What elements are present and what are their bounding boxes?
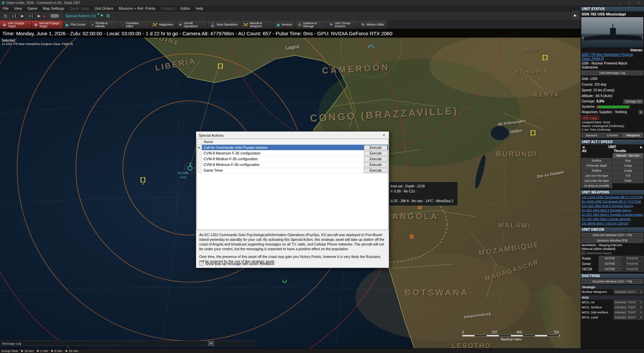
boat-operations-tab[interactable]: ⚓Boat Operations: [208, 20, 240, 29]
speed-cruise-button[interactable]: Cruise: [613, 168, 644, 173]
special-action-row[interactable]: CVW-8 Medium F-35 configuration Execute: [197, 156, 388, 162]
emcon-window-button[interactable]: EMCON Window (Ctrl + F9): [581, 233, 643, 237]
close-button[interactable]: ×: [638, 1, 640, 5]
special-actions-button[interactable]: Special Actions (5): [64, 13, 98, 18]
execute-button[interactable]: Execute: [364, 151, 387, 156]
menu-game[interactable]: Game: [24, 6, 40, 10]
oecm-active-button[interactable]: ACTIVE: [599, 267, 621, 271]
execute-button[interactable]: Execute: [364, 157, 387, 162]
oecm-passive-button[interactable]: PASSIVE: [622, 267, 644, 271]
sonar-active-button[interactable]: ACTIVE: [599, 261, 621, 266]
speed-stop-button[interactable]: Stop: [613, 158, 644, 163]
vehicle-icon[interactable]: [51, 14, 59, 18]
weapon-link[interactable]: 15x Mk48 Mod 7 ADCAP CBASS: [581, 221, 644, 225]
step-1min-button[interactable]: ▶1 min: [37, 349, 48, 353]
throttle-altitude-tab[interactable]: ≡Throttle & Altitude: [89, 20, 119, 29]
step-button[interactable]: ▶: [38, 14, 41, 18]
formation-editor-tab[interactable]: ∴Formation Editor: [119, 20, 150, 29]
step-15min-button[interactable]: ▶15 min: [65, 349, 78, 353]
wcs-subsurface-dropdown[interactable]: Inherited, TIGHT▼: [614, 310, 643, 314]
radar-active-button[interactable]: ACTIVE: [599, 256, 621, 261]
special-action-row[interactable]: Game Timer Execute: [197, 168, 388, 173]
execute-button[interactable]: Execute: [364, 145, 387, 150]
unit-message-log-button[interactable]: Unit Message Log: [581, 71, 643, 75]
tactical-map[interactable]: Time: Monday, June 1, 2026 - Zulu: 02:00…: [0, 29, 581, 348]
friendly-unit-icon[interactable]: [218, 63, 223, 67]
special-action-row[interactable]: CVW-8 Maximum F-35 configuration Execute: [197, 150, 388, 156]
step-5min-button[interactable]: ▶5 min: [51, 349, 62, 353]
sensors-window-button[interactable]: Sensors Window (F9): [581, 238, 643, 243]
unit-class-link[interactable]: SSN 778 New Hampshire [Virginia Class, F…: [581, 52, 644, 61]
maximize-button[interactable]: □: [628, 1, 630, 5]
mission-editor-tab[interactable]: ✎Mission Editor: [359, 20, 387, 29]
menu-map-settings[interactable]: Map Settings: [40, 6, 67, 10]
speed-flank-button[interactable]: Flank: [613, 178, 644, 183]
weapon-link[interactable]: 22x ADC Mk2 Mod 0 Torpedo Decoy: [581, 204, 644, 208]
aircraft-operations-tab[interactable]: ✈Aircraft Operations: [176, 20, 208, 29]
execute-button[interactable]: Execute: [364, 162, 387, 167]
weapons-tab[interactable]: Weapons: [623, 133, 643, 138]
mounts-weapons-tab[interactable]: Mounts & Weapons: [240, 20, 274, 29]
friendly-unit-icon[interactable]: [543, 55, 547, 59]
inherit-parent-checkbox[interactable]: ✓: [582, 252, 585, 255]
next-unit-button[interactable]: ▶: [639, 145, 643, 149]
speed-full-button[interactable]: Full: [613, 173, 644, 178]
damage-ctrl-button[interactable]: Damage Ctrl: [624, 99, 643, 104]
unit-group-doctrine-tab[interactable]: ⚑Unit / Group Doctrine: [327, 20, 359, 29]
alt-deep-button[interactable]: As deep as possible: [581, 183, 612, 188]
sidebar-collapse-button[interactable]: ▶: [572, 11, 578, 19]
auto-engage-target-tab[interactable]: ⊕Auto Engage Target: [0, 20, 32, 29]
feedback-checkbox[interactable]: ✓: [199, 262, 203, 266]
record-button[interactable]: ●: [43, 14, 46, 18]
alt-periscope-button[interactable]: Periscope depth: [581, 163, 612, 168]
alt-over-layer-button[interactable]: Just over the layer: [581, 173, 612, 178]
expand-message-log-button[interactable]: ▲: [208, 341, 214, 346]
supplies-dropdown-arrow[interactable]: ▼: [639, 110, 643, 114]
message-log-bar[interactable]: Message Log ▲: [0, 341, 255, 346]
speed-creep-button[interactable]: Creep: [613, 163, 644, 168]
menu-missions-ref-points[interactable]: Missions + Ref. Points: [116, 6, 158, 10]
edit-cargo-button[interactable]: Edit Cargo: [582, 116, 599, 120]
magazines-label[interactable]: Magazines: [582, 110, 598, 115]
prev-unit-button[interactable]: ◀: [581, 145, 585, 149]
manual-set-auto-button[interactable]: Manual - Set Auto: [613, 153, 644, 158]
dialog-titlebar[interactable]: Special Actions ×: [196, 132, 389, 139]
group-view-button[interactable]: Group View: [1, 349, 18, 353]
sensors-tab[interactable]: Sensors: [581, 133, 602, 138]
special-action-row[interactable]: ▸ Call for Commando Solo Psyops mission …: [197, 145, 388, 150]
manual-engage-target-tab[interactable]: ⊕Manual Engage Target: [32, 20, 63, 29]
magazines-tab[interactable]: Magazines: [150, 20, 176, 29]
settings-gear-icon[interactable]: ⚙: [106, 13, 110, 18]
minimize-button[interactable]: –: [619, 1, 621, 5]
unknown-contact-icon[interactable]: [368, 45, 374, 48]
alt-under-layer-button[interactable]: Just under the layer: [581, 178, 612, 183]
step-compression-selector[interactable]: x 1: [26, 13, 35, 18]
hostile-unit-icon[interactable]: [410, 235, 414, 238]
wcs-surface-dropdown[interactable]: Inherited, TIGHT▼: [614, 305, 643, 309]
dialog-close-icon[interactable]: ×: [381, 133, 386, 138]
name-column-header[interactable]: Name: [202, 140, 213, 144]
doctrine-window-button[interactable]: Doctrine Window (Ctrl + F9): [581, 279, 643, 284]
weapon-link[interactable]: 12x UGM-109E Tomahawk Blk IV TACTOM: [581, 195, 644, 199]
game-clock-icon[interactable]: ◷: [3, 14, 7, 18]
play-button[interactable]: ▶: [21, 14, 24, 18]
menu-file[interactable]: File: [0, 6, 11, 10]
wcs-land-dropdown[interactable]: Inherited, TIGHT▼: [614, 315, 643, 319]
comms-tab[interactable]: Comms: [602, 133, 623, 138]
alt-shallow-button[interactable]: Shallow: [581, 168, 612, 173]
alt-surface-button[interactable]: Surface: [581, 158, 612, 163]
flag-icon[interactable]: ⚑: [100, 13, 104, 18]
wcs-air-dropdown[interactable]: Inherited, TIGHT▼: [614, 300, 643, 304]
sonar-passive-button[interactable]: PASSIVE: [622, 261, 644, 266]
friendly-unit-icon[interactable]: [531, 130, 535, 134]
friendly-unit-icon[interactable]: [141, 177, 145, 181]
nuclear-weapons-dropdown[interactable]: Inherited, NOT A▼: [614, 290, 643, 294]
step-15sec-button[interactable]: ▶15 sec: [21, 349, 34, 353]
sensors-tab-ribbon[interactable]: ◉Sensors: [274, 20, 295, 29]
weapon-link[interactable]: 2x ADC Mk4 Mod 1 Sonar Jammer: [581, 217, 644, 221]
radar-passive-button[interactable]: PASSIVE: [622, 256, 644, 261]
weapon-link[interactable]: 8x UGM-109E Tomahawk Blk IV TACTOM: [581, 199, 644, 204]
menu-unit-orders[interactable]: Unit Orders: [92, 6, 116, 10]
weapon-link[interactable]: 3x ADC Mk3 Mod 3 Torpedo Decoy: [581, 208, 644, 212]
time-compression-selector[interactable]: x 1: [9, 13, 18, 18]
